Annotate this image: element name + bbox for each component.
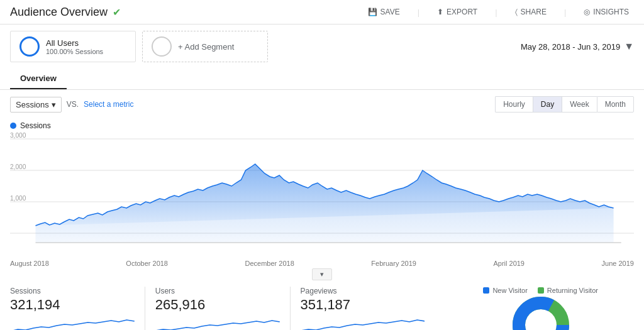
divider1: | xyxy=(418,8,419,17)
svg-text:3,000: 3,000 xyxy=(10,133,26,139)
hourly-button[interactable]: Hourly xyxy=(495,96,533,113)
segment1-info: All Users 100.00% Sessions xyxy=(46,38,103,55)
share-icon: 〈 xyxy=(515,8,518,16)
x-label-feb: February 2019 xyxy=(371,260,416,267)
stat-pageviews-sparkline xyxy=(301,316,425,330)
day-button[interactable]: Day xyxy=(533,96,562,113)
export-button[interactable]: ⬆ EXPORT xyxy=(432,5,482,19)
stat-pageviews: Pageviews 351,187 xyxy=(290,287,435,330)
returning-visitor-label: Returning Visitor xyxy=(547,287,598,294)
header-left: Audience Overview ✔ xyxy=(10,6,121,19)
x-label-dec: December 2018 xyxy=(245,260,294,267)
time-buttons: Hourly Day Week Month xyxy=(495,96,634,113)
tab-overview[interactable]: Overview xyxy=(10,69,67,89)
chart-container: 3,000 2,000 1,000 xyxy=(10,133,634,258)
svg-text:2,000: 2,000 xyxy=(10,163,26,170)
share-button[interactable]: 〈 SHARE xyxy=(510,5,552,19)
stat-users-sparkline xyxy=(155,316,280,330)
sessions-dot xyxy=(10,123,16,129)
stat-users-value: 265,916 xyxy=(155,297,280,313)
x-label-apr: April 2019 xyxy=(493,260,525,267)
metric-label: Sessions xyxy=(16,100,49,109)
metric-chevron-icon: ▾ xyxy=(52,100,56,109)
segment1-sub: 100.00% Sessions xyxy=(46,48,103,55)
chart-label: Sessions xyxy=(10,119,634,133)
date-range-label: May 28, 2018 - Jun 3, 2019 xyxy=(521,42,620,52)
tabs-row: Overview xyxy=(0,69,644,90)
x-label-oct: October 2018 xyxy=(126,260,168,267)
save-icon: 💾 xyxy=(368,8,377,16)
returning-visitor-dot xyxy=(538,287,544,294)
add-segment-circle xyxy=(152,36,172,57)
segment1-circle xyxy=(19,36,40,57)
insights-button[interactable]: ◎ INSIGHTS xyxy=(579,5,634,19)
month-button[interactable]: Month xyxy=(597,96,634,113)
divider2: | xyxy=(495,8,497,17)
header-actions: 💾 SAVE | ⬆ EXPORT | 〈 SHARE | ◎ INSIGHTS xyxy=(363,5,634,19)
save-button[interactable]: 💾 SAVE xyxy=(363,5,405,19)
divider3: | xyxy=(564,8,566,17)
stat-sessions-value: 321,194 xyxy=(10,297,135,313)
stat-pageviews-label: Pageviews xyxy=(301,287,425,295)
page-title: Audience Overview xyxy=(10,6,108,19)
insights-icon: ◎ xyxy=(584,8,590,16)
x-label-aug: August 2018 xyxy=(10,260,49,267)
select-metric-link[interactable]: Select a metric xyxy=(84,100,133,109)
vs-label: VS. xyxy=(67,100,79,109)
export-icon: ⬆ xyxy=(437,8,443,16)
metric-selector: Sessions ▾ VS. Select a metric xyxy=(10,97,133,113)
segments-row: All Users 100.00% Sessions + Add Segment… xyxy=(0,25,644,69)
stat-sessions-sparkline xyxy=(10,316,135,330)
chart-series-label: Sessions xyxy=(20,121,51,130)
returning-visitor-legend: Returning Visitor xyxy=(538,287,598,294)
date-range-picker[interactable]: May 28, 2018 - Jun 3, 2019 ▼ xyxy=(521,41,634,52)
stat-sessions: Sessions 321,194 xyxy=(10,287,145,330)
stat-sessions-label: Sessions xyxy=(10,287,135,295)
add-segment-button[interactable]: + Add Segment xyxy=(142,31,268,62)
stat-pageviews-value: 351,187 xyxy=(301,297,425,313)
new-visitor-label: New Visitor xyxy=(492,287,527,294)
segment1-name: All Users xyxy=(46,38,103,48)
donut-chart: 17.3% xyxy=(506,297,575,330)
new-visitor-dot xyxy=(483,287,489,294)
legend-items: New Visitor Returning Visitor xyxy=(483,287,598,294)
controls-row: Sessions ▾ VS. Select a metric Hourly Da… xyxy=(0,90,644,119)
date-dropdown-icon: ▼ xyxy=(624,41,634,52)
stat-users-label: Users xyxy=(155,287,280,295)
add-segment-label: + Add Segment xyxy=(178,42,234,52)
new-visitor-legend: New Visitor xyxy=(483,287,527,294)
stat-users: Users 265,916 xyxy=(145,287,290,330)
metric-dropdown[interactable]: Sessions ▾ xyxy=(10,97,62,113)
stats-row: Sessions 321,194 Users 265,916 Pageviews… xyxy=(0,280,644,330)
week-button[interactable]: Week xyxy=(562,96,596,113)
segment1[interactable]: All Users 100.00% Sessions xyxy=(10,31,136,62)
x-label-jun: June 2019 xyxy=(602,260,634,267)
verified-icon: ✔ xyxy=(113,6,121,18)
chart-area: Sessions 3,000 2,000 1,000 xyxy=(0,119,644,280)
header: Audience Overview ✔ 💾 SAVE | ⬆ EXPORT | … xyxy=(0,0,644,25)
legend-donut: New Visitor Returning Visitor 17.3% xyxy=(435,287,634,330)
chart-scroll-button[interactable]: ▾ xyxy=(312,268,332,280)
chart-svg: 3,000 2,000 1,000 xyxy=(10,133,634,258)
svg-text:1,000: 1,000 xyxy=(10,195,26,202)
